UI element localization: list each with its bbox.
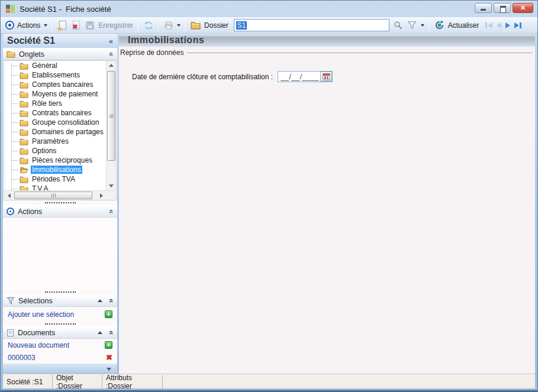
add-selection-row: Ajouter une sélection + — [3, 307, 117, 322]
tree-item[interactable]: Comptes bancaires — [4, 80, 106, 89]
sync-icon[interactable] — [143, 20, 154, 31]
onglets-tree: Général Etablissements — [4, 60, 117, 200]
date-input[interactable]: __/__/____ 31 — [278, 71, 333, 82]
sidebar-header: Société S1 « — [3, 34, 117, 48]
document-item-row: 0000003 ✖ — [3, 351, 117, 364]
documents-up-icon[interactable] — [98, 331, 102, 334]
group-divider — [187, 53, 533, 53]
left-sidebar: Société S1 « Onglets « — [3, 34, 117, 374]
delete-record-button[interactable]: ✖ — [70, 20, 82, 31]
print-button[interactable] — [163, 20, 174, 31]
onglets-panel-label: Onglets — [19, 50, 106, 59]
nav-first-button[interactable] — [485, 22, 492, 28]
tree-item-label: Paramètres — [31, 137, 70, 145]
tree-horizontal-scrollbar[interactable] — [4, 190, 116, 200]
tree-hscroll-thumb[interactable] — [14, 192, 92, 199]
scroll-up-icon[interactable] — [107, 61, 116, 70]
nav-previous-button[interactable] — [497, 22, 501, 28]
date-field-label: Date de dernière clôture et comptabilisa… — [132, 73, 273, 81]
scroll-left-icon[interactable] — [4, 191, 14, 200]
document-item-link[interactable]: 0000003 — [8, 354, 36, 362]
tree-item[interactable]: Général — [4, 61, 106, 70]
new-document-plus-button[interactable]: + — [105, 341, 112, 349]
nav-next-button[interactable] — [505, 22, 510, 28]
selections-up-icon[interactable] — [98, 299, 102, 302]
window-title: Société S1 - Fiche société — [20, 5, 111, 14]
tree-item[interactable]: Moyens de paiement — [4, 89, 106, 99]
reprise-group: Reprise de données Date de dernière clôt… — [120, 48, 534, 82]
tree-item[interactable]: Etablissements — [4, 70, 106, 80]
search-icon[interactable] — [393, 20, 404, 31]
print-caret-icon[interactable] — [177, 24, 181, 27]
splitter-handle[interactable] — [3, 290, 117, 294]
actions-target-icon — [5, 21, 14, 30]
tree-item[interactable]: Groupe consolidation — [4, 118, 106, 127]
selections-collapse-icon[interactable]: « — [107, 299, 116, 303]
calendar-button[interactable]: 31 — [320, 72, 332, 82]
refresh-icon — [434, 20, 445, 31]
close-button[interactable]: ✕ — [513, 3, 533, 13]
toolbar-separator — [185, 20, 186, 31]
documents-footer-bar[interactable] — [3, 364, 117, 374]
tree-item[interactable]: Périodes TVA — [4, 174, 106, 184]
save-button[interactable]: Enregistrer — [98, 21, 133, 30]
documents-collapse-icon[interactable]: « — [107, 331, 116, 335]
actions-collapse-icon[interactable]: « — [107, 209, 116, 213]
group-label: Reprise de données — [120, 48, 183, 57]
document-delete-icon[interactable]: ✖ — [106, 354, 112, 361]
tree-item[interactable]: T.V.A. — [4, 184, 106, 190]
tree-item[interactable]: Immobilisations — [4, 165, 106, 174]
actions-menu-button[interactable]: Actions — [17, 21, 40, 30]
page-title: Immobilisations — [128, 35, 204, 46]
filter-caret-icon[interactable] — [421, 24, 424, 27]
folder-icon — [20, 147, 28, 155]
onglets-collapse-icon[interactable]: « — [107, 52, 116, 56]
search-input[interactable]: S1 — [234, 19, 389, 31]
splitter-handle[interactable] — [3, 322, 117, 326]
minimize-button[interactable] — [475, 3, 492, 13]
dossier-folder-icon — [190, 20, 201, 31]
new-record-button[interactable]: ★ — [57, 20, 68, 31]
folder-icon — [20, 62, 28, 70]
scroll-down-icon[interactable] — [107, 182, 116, 190]
actions-panel-icon — [7, 208, 14, 215]
scroll-right-icon[interactable] — [96, 191, 106, 200]
tree-item[interactable]: Rôle tiers — [4, 99, 106, 108]
tree-vscroll-thumb[interactable] — [107, 71, 115, 161]
selections-panel-header[interactable]: Sélections « — [3, 294, 117, 307]
folder-icon — [20, 185, 28, 191]
onglets-panel-header[interactable]: Onglets « — [3, 48, 117, 60]
nav-last-button[interactable] — [514, 22, 521, 28]
tree-item-label: Général — [31, 61, 59, 70]
tree-item[interactable]: Domaines de partages — [4, 127, 106, 137]
app-window: Société S1 - Fiche société ✕ Actions ★ ✖… — [0, 0, 538, 392]
actions-panel-header[interactable]: Actions « — [3, 205, 117, 218]
status-empty — [163, 375, 535, 388]
tree-item[interactable]: Contrats bancaires — [4, 108, 106, 118]
new-star-icon: ★ — [57, 25, 62, 32]
tree-item[interactable]: Paramètres — [4, 137, 106, 146]
add-selection-plus-button[interactable]: + — [105, 310, 112, 318]
tree-vertical-scrollbar[interactable] — [106, 61, 116, 190]
folder-icon — [20, 100, 28, 108]
tree-item-label: Immobilisations — [31, 166, 82, 174]
new-document-link[interactable]: Nouveau document — [8, 341, 69, 349]
tree-item[interactable]: Options — [4, 146, 106, 155]
add-selection-link[interactable]: Ajouter une sélection — [8, 310, 74, 319]
tree-item[interactable]: Pièces réciproques — [4, 155, 106, 165]
main-content: Immobilisations Reprise de données Date … — [119, 34, 535, 374]
selections-panel-label: Sélections — [18, 297, 94, 305]
documents-panel-header[interactable]: Documents « — [3, 326, 117, 339]
window-body: Société S1 « Onglets « — [1, 34, 537, 374]
sidebar-empty-area — [3, 218, 117, 290]
actualiser-button[interactable]: Actualiser — [448, 21, 479, 30]
filter-icon[interactable] — [407, 20, 418, 31]
dossier-button[interactable]: Dossier — [204, 21, 228, 30]
status-objet: Objet :Dossier — [53, 375, 102, 388]
tree-item-label: Périodes TVA — [31, 175, 76, 183]
collapse-sidebar-icon[interactable]: « — [109, 37, 113, 46]
toolbar-separator — [52, 20, 53, 31]
actions-caret-icon[interactable] — [44, 24, 47, 27]
restore-button[interactable] — [494, 3, 511, 13]
splitter-handle[interactable] — [3, 200, 117, 205]
